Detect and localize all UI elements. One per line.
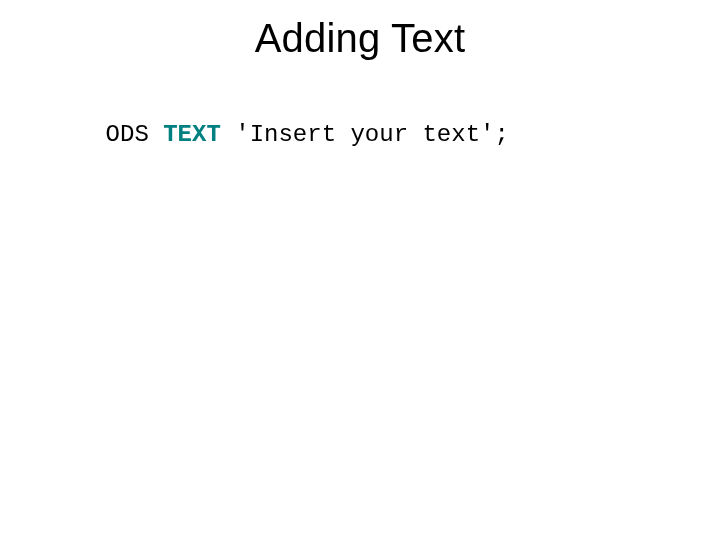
code-prefix: ODS	[106, 121, 164, 148]
code-line: ODS TEXT 'Insert your text';	[48, 94, 509, 175]
code-rest: 'Insert your text';	[221, 121, 509, 148]
slide: Adding Text ODS TEXT 'Insert your text';	[0, 0, 720, 540]
code-keyword: TEXT	[163, 121, 221, 148]
slide-title: Adding Text	[0, 16, 720, 61]
